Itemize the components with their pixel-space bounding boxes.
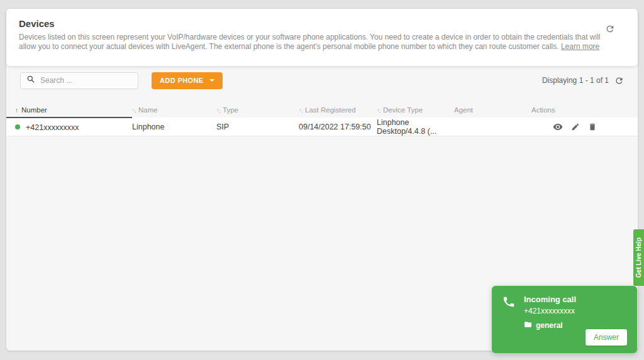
add-phone-button[interactable]: ADD PHONE [152, 72, 223, 89]
search-icon [26, 75, 35, 86]
get-live-help-label: Get Live Help [635, 237, 642, 278]
delete-button[interactable] [588, 123, 597, 131]
add-phone-label: ADD PHONE [160, 77, 204, 84]
table-toolbar: ADD PHONE Displaying 1 - 1 of 1 [6, 68, 638, 93]
edit-button[interactable] [571, 123, 580, 131]
incoming-call-popup: Incoming call +421xxxxxxxxx general Answ… [492, 286, 637, 353]
table-row[interactable]: +421xxxxxxxxx Linphone SIP 09/14/2022 17… [6, 117, 638, 136]
cell-device-type: Linphone Desktop/4.4.8 (... [377, 117, 454, 136]
column-header-last-registered[interactable]: ↑↓Last Registered [299, 102, 377, 117]
column-header-type[interactable]: ↑↓Type [216, 102, 299, 117]
sort-icon: ↑↓ [299, 108, 303, 114]
refresh-icon [614, 78, 624, 87]
eye-icon [553, 124, 563, 134]
column-header-actions: Actions [531, 102, 638, 117]
answer-button[interactable]: Answer [586, 329, 627, 346]
incoming-call-number: +421xxxxxxxxx [524, 307, 576, 315]
page-title: Devices [19, 18, 625, 29]
trash-icon [588, 124, 597, 133]
cell-name: Linphone [132, 117, 216, 136]
column-header-agent: Agent [454, 102, 531, 117]
search-box[interactable] [20, 72, 138, 89]
page-header-card: Devices Devices listed on this screen re… [6, 9, 638, 66]
displaying-count: Displaying 1 - 1 of 1 [542, 76, 609, 85]
page-refresh-button[interactable] [605, 24, 615, 34]
cell-agent [454, 117, 531, 136]
view-button[interactable] [553, 122, 563, 132]
cell-actions [531, 117, 638, 136]
search-input[interactable] [40, 76, 132, 85]
table-header-row: ↑Number ↑↓Name ↑↓Type ↑↓Last Registered … [6, 102, 638, 117]
page-description-text: Devices listed on this screen represent … [19, 33, 601, 51]
sort-icon: ↑↓ [377, 108, 380, 114]
phone-icon [502, 295, 516, 330]
learn-more-link[interactable]: Learn more [561, 42, 599, 51]
get-live-help-tab[interactable]: Get Live Help [633, 229, 644, 286]
incoming-call-title: Incoming call [524, 295, 576, 304]
call-department: general [524, 320, 576, 330]
devices-table: ↑Number ↑↓Name ↑↓Type ↑↓Last Registered … [6, 102, 638, 136]
sort-icon: ↑↓ [216, 108, 220, 114]
refresh-icon [605, 26, 615, 36]
column-header-device-type[interactable]: ↑↓Device Type [377, 102, 454, 117]
column-header-number[interactable]: ↑Number [6, 102, 132, 117]
cell-last-registered: 09/14/2022 17:59:50 [299, 117, 377, 136]
status-online-dot [15, 124, 20, 129]
cell-type: SIP [216, 117, 299, 136]
column-header-name[interactable]: ↑↓Name [132, 102, 216, 117]
table-refresh-button[interactable] [614, 76, 624, 85]
page-description: Devices listed on this screen represent … [19, 33, 611, 52]
call-info: Incoming call +421xxxxxxxxx general [524, 295, 576, 330]
folder-icon [524, 320, 532, 330]
pencil-icon [571, 124, 580, 133]
cell-number: +421xxxxxxxxx [6, 117, 132, 136]
sort-asc-icon: ↑ [15, 107, 18, 114]
call-department-name: general [536, 321, 563, 330]
sort-icon: ↑↓ [132, 108, 136, 114]
chevron-down-icon [209, 79, 214, 82]
